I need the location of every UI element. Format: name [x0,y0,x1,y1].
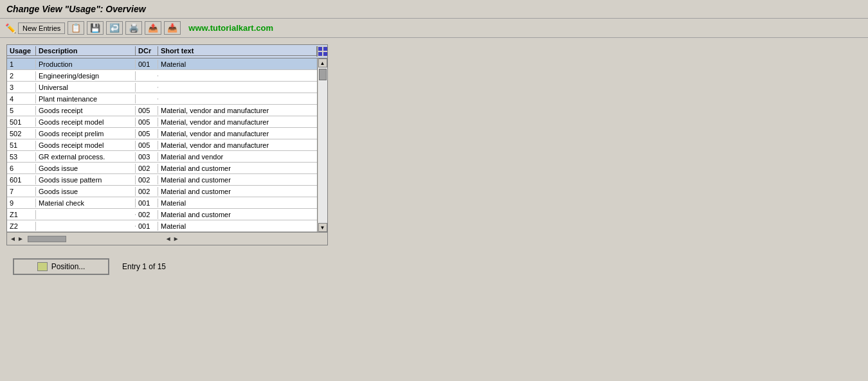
table-container: Usage Description DCr Short text [6,44,328,245]
new-entries-label: New Entries [23,24,60,32]
save-icon: 💾 [90,23,100,33]
position-button[interactable]: Position... [13,258,109,275]
cell-description: Universal [36,83,136,92]
scroll-thumb[interactable] [319,69,327,80]
nav-left-button[interactable]: ◄ [10,235,16,242]
cell-usage: 5 [7,106,36,115]
cell-dcr: 005 [136,129,158,138]
table-row[interactable]: Z1 002 Material and customer [7,209,317,220]
col-usage-header: Usage [7,46,36,55]
watermark: www.tutorialkart.com [188,23,273,33]
cell-usage: 1 [7,60,36,69]
cell-description: Goods receipt [36,106,136,115]
cell-short-text: Material [158,199,317,208]
cell-short-text: Material [158,60,317,69]
export-icon: 📤 [148,23,158,33]
bottom-bar: Position... Entry 1 of 15 [6,258,862,275]
table-row[interactable]: 502 Goods receipt prelim 005 Material, v… [7,128,317,139]
cell-dcr: 002 [136,210,158,219]
table-row[interactable]: 53 GR external process. 003 Material and… [7,151,317,163]
cell-dcr: 001 [136,222,158,231]
table-row[interactable]: 6 Goods issue 002 Material and customer [7,163,317,174]
nav-right-button[interactable]: ► [17,235,24,242]
cell-description: Goods issue [36,187,136,196]
save-button[interactable]: 💾 [87,21,104,35]
cell-usage: 601 [7,175,36,184]
col-dcr-header: DCr [136,46,158,55]
cell-description: Goods receipt prelim [36,129,136,138]
col-desc-header: Description [36,46,136,55]
table-row[interactable]: 501 Goods receipt model 005 Material, ve… [7,116,317,128]
table-row[interactable]: 1 Production 001 Material [7,58,317,70]
cell-usage: 53 [7,152,36,161]
position-label: Position... [51,262,86,271]
h-nav-right-button[interactable]: ► [173,235,179,242]
cell-short-text: Material, vendor and manufacturer [158,129,317,138]
nav-arrows: ◄ ► ◄ ► [10,235,179,242]
export-button[interactable]: 📤 [145,21,161,35]
cell-description: Goods issue [36,164,136,173]
title-bar: Change View "Usage": Overview [0,0,868,19]
table-body: 1 Production 001 Material 2 Engineering/… [7,58,317,232]
table-header: Usage Description DCr Short text [7,45,327,58]
scroll-down-button[interactable]: ▼ [318,223,327,232]
cell-usage: 51 [7,141,36,150]
cell-dcr: 002 [136,175,158,184]
table-body-area: 1 Production 001 Material 2 Engineering/… [7,58,327,232]
table-row[interactable]: 601 Goods issue pattern 002 Material and… [7,174,317,186]
cell-dcr: 003 [136,152,158,161]
table-row[interactable]: Z2 001 Material [7,220,317,232]
cell-short-text: Material, vendor and manufacturer [158,106,317,115]
cell-description: Goods receipt model [36,141,136,150]
edit-icon: ✏️ [5,23,15,33]
cell-short-text: Material and customer [158,175,317,184]
col-grid-icon[interactable] [316,46,329,57]
cell-dcr [136,75,158,76]
cell-usage: 501 [7,118,36,127]
cell-short-text: Material and vendor [158,152,317,161]
col-short-header: Short text [158,46,317,55]
scroll-track [318,67,327,223]
table-row[interactable]: 9 Material check 001 Material [7,197,317,209]
cell-short-text: Material and customer [158,164,317,173]
cell-short-text: Material, vendor and manufacturer [158,118,317,127]
h-nav-left-button[interactable]: ◄ [165,235,172,242]
cell-short-text: Material [158,222,317,231]
table-row[interactable]: 5 Goods receipt 005 Material, vendor and… [7,105,317,116]
page-title: Change View "Usage": Overview [6,4,146,14]
print-button[interactable]: 🖨️ [125,21,142,35]
cell-usage: 9 [7,199,36,208]
table-row[interactable]: 2 Engineering/design [7,70,317,82]
table-row[interactable]: 51 Goods receipt model 005 Material, ven… [7,139,317,151]
cell-short-text [158,87,317,88]
print-icon: 🖨️ [129,23,139,33]
undo-button[interactable]: ↩️ [106,21,123,35]
cell-dcr: 002 [136,164,158,173]
undo-icon: ↩️ [109,23,120,33]
table-row[interactable]: 3 Universal [7,82,317,93]
cell-description: Engineering/design [36,71,136,80]
cell-usage: Z2 [7,222,36,231]
new-entries-button[interactable]: New Entries [18,22,65,34]
cell-dcr: 001 [136,60,158,69]
h-scroll-thumb[interactable] [28,236,66,242]
cell-description: Production [36,60,136,69]
cell-description [36,214,136,215]
cell-short-text [158,75,317,76]
table-row[interactable]: 7 Goods issue 002 Material and customer [7,186,317,197]
cell-dcr: 005 [136,141,158,150]
cell-description: Goods issue pattern [36,175,136,184]
main-content: Usage Description DCr Short text [0,38,868,281]
v-scrollbar[interactable]: ▲ ▼ [317,58,327,232]
position-icon [37,262,48,271]
cell-dcr: 005 [136,106,158,115]
cell-usage: 3 [7,83,36,92]
cell-dcr [136,98,158,100]
toolbar: ✏️ New Entries 📋 💾 ↩️ 🖨️ 📤 📥 www.tutoria… [0,19,868,38]
table-row[interactable]: 4 Plant maintenance [7,93,317,105]
cell-usage: 7 [7,187,36,196]
import-button[interactable]: 📥 [164,21,181,35]
cell-dcr: 005 [136,118,158,127]
scroll-up-button[interactable]: ▲ [318,58,327,67]
copy-button[interactable]: 📋 [68,21,84,35]
